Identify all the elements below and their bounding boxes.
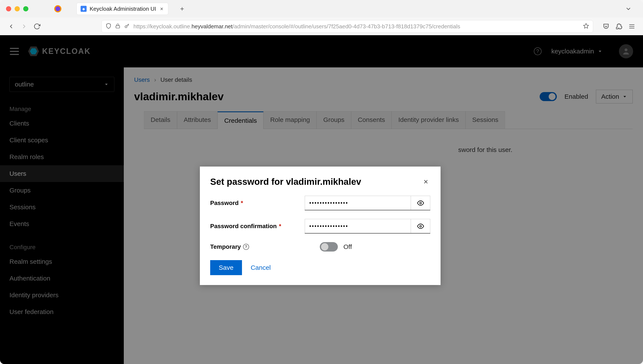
window-zoom-button[interactable]: [23, 6, 28, 12]
nav-forward-button[interactable]: [20, 22, 28, 31]
url-post: /admin/master/console/#/outline/users/7f…: [233, 23, 460, 30]
app-content: KEYCLOAK ? keycloakadmin outline Manag: [0, 35, 643, 364]
browser-toolbar: https://keycloak.outline.heyvaldemar.net…: [0, 18, 643, 35]
browser-window: ◆ Keycloak Administration UI × +: [0, 0, 643, 364]
password-confirm-input[interactable]: [305, 219, 411, 233]
lock-icon: [115, 23, 121, 30]
set-password-modal: Set password for vladimir.mikhalev × Pas…: [200, 166, 441, 285]
firefox-icon: [54, 5, 62, 13]
url-bar[interactable]: https://keycloak.outline.heyvaldemar.net…: [101, 20, 593, 32]
svg-point-15: [420, 225, 421, 227]
key-icon: [124, 23, 130, 30]
extensions-icon[interactable]: [615, 22, 623, 31]
password-label: Password *: [210, 200, 305, 206]
password-confirm-label: Password confirmation *: [210, 223, 305, 230]
svg-marker-4: [583, 24, 588, 28]
modal-overlay-header: [0, 35, 643, 68]
password-reveal-button[interactable]: [411, 196, 430, 210]
password-confirm-reveal-button[interactable]: [411, 219, 430, 233]
nav-back-button[interactable]: [7, 22, 16, 31]
help-tooltip-icon[interactable]: ?: [243, 244, 249, 250]
svg-point-14: [420, 202, 421, 204]
url-pre: https://keycloak.outline.: [133, 23, 191, 30]
svg-point-3: [125, 26, 127, 28]
tab-title: Keycloak Administration UI: [90, 6, 156, 12]
url-text: https://keycloak.outline.heyvaldemar.net…: [133, 23, 460, 30]
temporary-value: Off: [343, 243, 352, 250]
pocket-icon[interactable]: [602, 22, 610, 31]
url-host: heyvaldemar.net: [191, 23, 233, 30]
password-input[interactable]: [305, 196, 411, 210]
cancel-button[interactable]: Cancel: [251, 260, 271, 275]
app-menu-icon[interactable]: [627, 22, 636, 31]
temporary-toggle[interactable]: [320, 242, 338, 252]
eye-icon: [417, 200, 424, 206]
required-asterisk: *: [241, 200, 243, 206]
titlebar: ◆ Keycloak Administration UI × +: [0, 0, 643, 18]
traffic-lights: [6, 6, 28, 12]
tab-close-icon[interactable]: ×: [159, 6, 164, 12]
shield-icon: [106, 23, 112, 30]
save-button[interactable]: Save: [210, 260, 242, 275]
required-asterisk: *: [279, 223, 281, 230]
window-close-button[interactable]: [6, 6, 11, 12]
modal-title: Set password for vladimir.mikhalev: [210, 177, 361, 187]
modal-overlay-sidebar: [0, 68, 124, 364]
eye-icon: [417, 223, 424, 230]
window-minimize-button[interactable]: [15, 6, 20, 12]
tabs-dropdown-icon[interactable]: [624, 4, 633, 13]
svg-point-1: [56, 6, 60, 12]
browser-tab[interactable]: ◆ Keycloak Administration UI ×: [77, 3, 168, 15]
tab-favicon: ◆: [81, 6, 87, 12]
temporary-label: Temporary ?: [210, 244, 305, 250]
bookmark-star-icon[interactable]: [583, 23, 589, 30]
svg-rect-2: [116, 26, 119, 28]
modal-close-button[interactable]: ×: [421, 176, 430, 187]
new-tab-button[interactable]: +: [178, 5, 186, 13]
nav-reload-button[interactable]: [33, 22, 41, 31]
